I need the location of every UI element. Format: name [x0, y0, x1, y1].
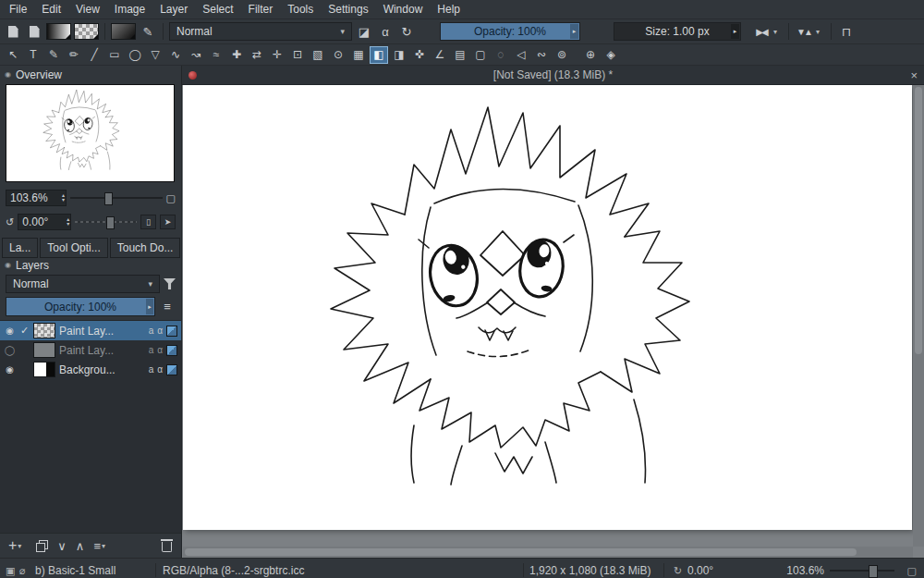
tool-crop[interactable]: ⊡ — [288, 46, 307, 64]
layer-visibility-icon[interactable]: ◉ — [4, 326, 16, 336]
fit-to-screen-icon[interactable]: ▢ — [166, 192, 176, 204]
spin-arrows-icon[interactable]: ▴▾ — [62, 191, 65, 205]
tool-select-freehand[interactable]: ∾ — [532, 46, 551, 64]
overview-thumbnail[interactable] — [6, 84, 175, 182]
canvas-viewport[interactable] — [182, 85, 924, 558]
alpha-lock-icon[interactable]: a — [149, 364, 154, 375]
menu-item[interactable]: Image — [107, 0, 152, 18]
pattern-chooser[interactable] — [74, 23, 99, 40]
layer-blending-mode-select[interactable]: Normal ▾ — [6, 275, 160, 293]
filter-funnel-icon[interactable] — [164, 278, 176, 289]
pin-view-button[interactable]: ➤ — [160, 215, 176, 229]
tool-enclose-fill[interactable]: ◨ — [390, 46, 408, 64]
menu-item[interactable]: View — [68, 0, 107, 18]
alpha-lock-icon[interactable]: a — [149, 326, 154, 336]
inherit-alpha-icon[interactable]: α — [157, 364, 163, 375]
canvas-angle-value[interactable]: 0.00° — [687, 564, 713, 577]
preserve-alpha-icon[interactable]: α — [376, 22, 395, 41]
layer-visibility-icon[interactable]: ◯ — [4, 345, 16, 355]
mirror-horizontal-icon[interactable]: ▶◀ — [752, 22, 771, 41]
rotation-spinbox[interactable]: 0.00° ▴▾ — [18, 214, 71, 230]
docker-tab[interactable]: Touch Do... — [110, 238, 181, 258]
inherit-alpha-icon[interactable]: α — [157, 326, 163, 336]
docker-menu-icon[interactable]: ≡ — [159, 299, 176, 315]
layer-color-label-icon[interactable] — [166, 345, 177, 356]
slider-handle[interactable] — [106, 216, 115, 229]
brush-preset-name[interactable]: b) Basic-1 Small — [35, 564, 116, 577]
zoom-fit-icon[interactable]: ▢ — [907, 564, 917, 576]
new-document-icon[interactable] — [4, 22, 22, 41]
tool-edit-shapes[interactable]: ✎ — [44, 46, 63, 64]
chevron-down-icon[interactable]: ▾ — [816, 28, 825, 36]
wrap-around-icon[interactable]: ⊓ — [837, 22, 856, 41]
open-document-icon[interactable] — [25, 22, 43, 41]
docker-tab[interactable]: Tool Opti... — [40, 238, 107, 258]
no-selection-icon[interactable]: ⌀ — [19, 564, 26, 576]
layer-opacity-slider[interactable]: Opacity: 100% ▸ — [6, 297, 155, 316]
slider-arrow-icon[interactable]: ▸ — [146, 299, 153, 314]
tool-select-rectangular[interactable]: ▢ — [471, 46, 490, 64]
tool-select-contiguous[interactable]: ⊚ — [553, 46, 571, 64]
menu-item[interactable]: File — [2, 0, 34, 18]
reload-preset-icon[interactable]: ↻ — [397, 22, 416, 41]
slider-handle[interactable] — [104, 192, 113, 205]
docker-tab[interactable]: La... — [2, 238, 38, 258]
tool-ellipse[interactable]: ◯ — [126, 46, 144, 64]
opacity-slider[interactable]: Opacity: 100% ▸ — [440, 22, 580, 41]
close-document-icon[interactable]: × — [910, 68, 918, 82]
layer-properties-button[interactable]: ≡ ▾ — [93, 539, 111, 553]
move-layer-down-button[interactable]: ∨ — [57, 539, 67, 553]
slider-arrow-icon[interactable]: ▸ — [570, 24, 578, 39]
layer-row[interactable]: ◯ Paint Lay... a α — [0, 340, 181, 360]
docker-handle-icon[interactable]: ◉ — [5, 261, 11, 269]
scrollbar-handle[interactable] — [915, 87, 922, 354]
tool-calligraphy[interactable]: ✏ — [65, 46, 83, 64]
slider-arrow-icon[interactable]: ▸ — [731, 24, 739, 39]
menu-item[interactable]: Window — [376, 0, 431, 18]
gradient-chooser[interactable] — [46, 23, 71, 40]
zoom-level-value[interactable]: 103.6% — [786, 564, 824, 577]
spin-arrows-icon[interactable]: ▴▾ — [67, 215, 69, 229]
layer-row[interactable]: ◉ Backgrou... a α — [0, 360, 181, 379]
tool-text[interactable]: T — [24, 46, 43, 64]
canvas[interactable] — [183, 85, 912, 530]
delete-layer-button[interactable] — [161, 539, 173, 552]
tool-color-sampler[interactable]: ⊙ — [329, 46, 347, 64]
tool-select-polygonal[interactable]: ◁ — [512, 46, 530, 64]
overview-zoom-slider[interactable] — [70, 191, 163, 204]
eraser-mode-icon[interactable]: ◪ — [355, 22, 373, 41]
menu-item[interactable]: Help — [430, 0, 468, 18]
mirror-vertical-icon[interactable]: ▼▲ — [795, 22, 813, 41]
chevron-down-icon[interactable]: ▾ — [773, 28, 783, 36]
tool-transform[interactable]: ⇄ — [248, 46, 266, 64]
docker-handle-icon[interactable]: ◉ — [5, 70, 11, 79]
layer-color-label-icon[interactable] — [166, 364, 177, 375]
menu-item[interactable]: Tools — [280, 0, 321, 18]
zoom-select[interactable]: 103.6% ▴▾ — [6, 190, 67, 206]
tool-select-elliptical[interactable]: ◌ — [492, 46, 510, 64]
tool-bezier[interactable]: ↝ — [187, 46, 205, 64]
mirror-view-button[interactable]: ▯ — [140, 215, 156, 229]
document-titlebar[interactable]: [Not Saved] (18.3 MiB) * × — [182, 66, 924, 85]
zoom-slider[interactable] — [830, 564, 894, 577]
inherit-alpha-icon[interactable]: α — [157, 345, 163, 355]
tool-freehand-path[interactable]: ≈ — [207, 46, 225, 64]
tool-move[interactable]: ✛ — [268, 46, 286, 64]
layer-active-check-icon[interactable]: ✓ — [19, 325, 30, 337]
slider-handle[interactable] — [869, 565, 878, 578]
tool-line[interactable]: ╱ — [85, 46, 103, 64]
canvas-angle-icon[interactable]: ↻ — [674, 564, 682, 576]
rotation-slider[interactable] — [75, 215, 137, 228]
horizontal-scrollbar[interactable] — [183, 547, 913, 558]
add-layer-button[interactable]: + ▾ — [8, 540, 27, 551]
menu-item[interactable]: Select — [195, 0, 240, 18]
brush-editor-icon[interactable]: ✎ — [139, 22, 157, 41]
tool-pattern[interactable]: ▦ — [349, 46, 368, 64]
menu-item[interactable]: Settings — [321, 0, 375, 18]
layer-row[interactable]: ◉ ✓ Paint Lay... a α — [0, 321, 181, 340]
brush-size-slider[interactable]: Size: 1.00 px ▸ — [614, 22, 741, 41]
duplicate-layer-button[interactable] — [36, 540, 48, 552]
tool-gradient[interactable]: ▧ — [309, 46, 327, 64]
move-layer-up-button[interactable]: ∧ — [76, 539, 85, 553]
vertical-scrollbar[interactable] — [913, 85, 924, 547]
